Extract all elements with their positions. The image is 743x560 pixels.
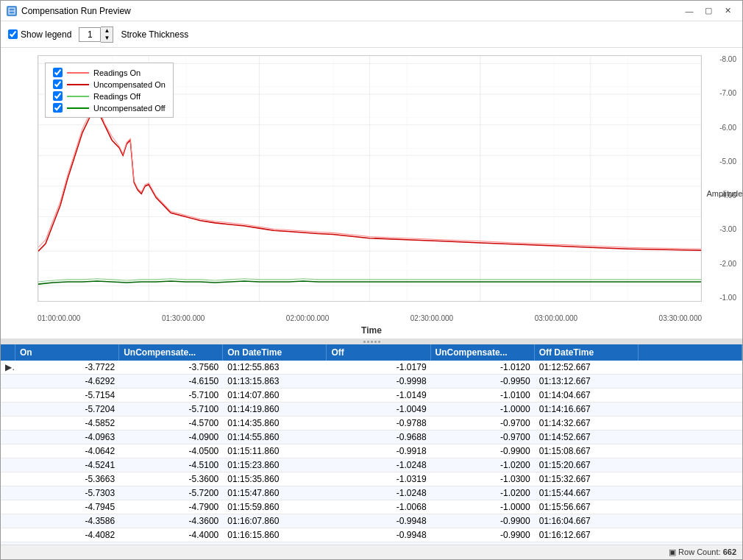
close-button[interactable]: ✕ bbox=[719, 4, 736, 18]
cell-col-5: -0.9700 bbox=[431, 417, 535, 430]
cell-col-7 bbox=[639, 500, 742, 514]
cell-datetime-3: 01:13:15.863 bbox=[223, 375, 327, 388]
table-row[interactable]: -5.7204-5.710001:14:19.860-1.0049-1.0000… bbox=[1, 403, 742, 417]
cell-datetime-6: 01:13:12.667 bbox=[535, 375, 639, 388]
cell-datetime-6: 01:12:52.667 bbox=[535, 361, 639, 374]
row-arrow bbox=[1, 458, 15, 472]
legend-readings-off-label: Readings Off bbox=[93, 92, 141, 101]
row-arrow bbox=[1, 528, 15, 542]
cell-col-4: -1.0149 bbox=[327, 389, 430, 402]
main-window: Compensation Run Preview — ▢ ✕ Show lege… bbox=[0, 0, 743, 560]
table-row[interactable]: ▶-3.7722-3.756001:12:55.863-1.0179-1.012… bbox=[1, 361, 742, 375]
cell-col-5: -0.9900 bbox=[431, 514, 535, 528]
cell-col-1: -5.3663 bbox=[15, 472, 119, 486]
show-legend-checkbox[interactable] bbox=[8, 29, 18, 39]
cell-datetime-6: 01:14:52.667 bbox=[535, 430, 639, 444]
legend-readings-off-checkbox[interactable] bbox=[53, 91, 63, 101]
cell-col-4: -0.9948 bbox=[327, 514, 430, 528]
row-arrow bbox=[1, 500, 15, 514]
divider-drag-handle[interactable] bbox=[1, 339, 742, 344]
col-off: Off bbox=[327, 344, 430, 361]
cell-col-7 bbox=[639, 430, 742, 444]
show-legend-label[interactable]: Show legend bbox=[8, 29, 71, 40]
cell-datetime-3: 01:14:35.860 bbox=[223, 417, 327, 430]
legend-readings-off-line bbox=[67, 96, 89, 97]
cell-col-2: -3.7560 bbox=[119, 361, 223, 374]
col-on: On bbox=[15, 344, 119, 361]
cell-col-5: -0.9700 bbox=[431, 430, 535, 444]
chart-legend: Readings On Uncompensated On Readings Of… bbox=[45, 63, 174, 118]
table-row[interactable]: -4.4082-4.400001:16:15.860-0.9948-0.9900… bbox=[1, 528, 742, 542]
cell-col-1: -4.3586 bbox=[15, 514, 119, 528]
col-extra bbox=[639, 344, 742, 361]
row-arrow bbox=[1, 444, 15, 458]
table-row[interactable]: -4.0642-4.050001:15:11.860-0.9918-0.9900… bbox=[1, 444, 742, 458]
maximize-button[interactable]: ▢ bbox=[700, 4, 717, 18]
cell-col-7 bbox=[639, 375, 742, 388]
row-arrow bbox=[1, 472, 15, 486]
table-row[interactable]: -4.5852-4.570001:14:35.860-0.9788-0.9700… bbox=[1, 417, 742, 430]
cell-datetime-3: 01:14:55.860 bbox=[223, 430, 327, 444]
cell-col-7 bbox=[639, 458, 742, 472]
cell-col-5: -1.0100 bbox=[431, 389, 535, 402]
cell-col-7 bbox=[639, 417, 742, 430]
table-row[interactable]: -5.3663-5.360001:15:35.860-1.0319-1.0300… bbox=[1, 472, 742, 486]
cell-col-1: -5.7204 bbox=[15, 403, 119, 416]
minimize-button[interactable]: — bbox=[680, 4, 698, 18]
cell-col-2: -4.5100 bbox=[119, 458, 223, 472]
cell-datetime-3: 01:15:35.860 bbox=[223, 472, 327, 486]
legend-item-uncompensated-off: Uncompensated Off bbox=[53, 103, 166, 113]
cell-col-2: -4.7900 bbox=[119, 500, 223, 514]
table-row[interactable]: -4.6292-4.615001:13:15.863-0.9998-0.9950… bbox=[1, 375, 742, 389]
legend-uncompensated-on-checkbox[interactable] bbox=[53, 79, 63, 89]
title-bar-left: Compensation Run Preview bbox=[7, 6, 131, 16]
stroke-thickness-spinner: ▲ ▼ bbox=[79, 26, 113, 43]
table-row[interactable]: -5.7303-5.720001:15:47.860-1.0248-1.0200… bbox=[1, 486, 742, 500]
legend-readings-on-checkbox[interactable] bbox=[53, 68, 63, 77]
row-arrow bbox=[1, 417, 15, 430]
cell-col-4: -1.0049 bbox=[327, 403, 430, 416]
cell-datetime-6: 01:16:12.667 bbox=[535, 528, 639, 542]
cell-col-5: -0.9900 bbox=[431, 528, 535, 542]
cell-col-7 bbox=[639, 514, 742, 528]
table-body: ▶-3.7722-3.756001:12:55.863-1.0179-1.012… bbox=[1, 361, 742, 545]
cell-col-4: -1.0068 bbox=[327, 500, 430, 514]
cell-datetime-6: 01:15:08.667 bbox=[535, 444, 639, 458]
row-count-value: 662 bbox=[723, 547, 736, 556]
spinner-down-button[interactable]: ▼ bbox=[101, 35, 113, 42]
cell-datetime-6: 01:15:20.667 bbox=[535, 458, 639, 472]
cell-col-4: -1.0179 bbox=[327, 361, 430, 374]
app-icon bbox=[7, 6, 17, 16]
legend-uncompensated-off-line bbox=[67, 107, 89, 109]
cell-col-2: -4.0900 bbox=[119, 430, 223, 444]
chart-area: Readings On Uncompensated On Readings Of… bbox=[1, 48, 742, 339]
cell-col-7 bbox=[639, 472, 742, 486]
x-axis-ticks: 01:00:00.000 01:30:00.000 02:00:00.000 0… bbox=[38, 314, 702, 322]
cell-datetime-6: 01:16:04.667 bbox=[535, 514, 639, 528]
stroke-thickness-label: Stroke Thickness bbox=[121, 29, 188, 40]
cell-col-2: -5.7200 bbox=[119, 486, 223, 500]
legend-readings-on-label: Readings On bbox=[93, 68, 141, 77]
col-uncompensated-on: UnCompensate... bbox=[119, 344, 223, 361]
cell-col-4: -0.9688 bbox=[327, 430, 430, 444]
col-uncompensated-off: UnCompensate... bbox=[431, 344, 535, 361]
cell-col-4: -1.0248 bbox=[327, 458, 430, 472]
cell-datetime-3: 01:15:23.860 bbox=[223, 458, 327, 472]
cell-datetime-6: 01:15:44.667 bbox=[535, 486, 639, 500]
cell-datetime-3: 01:14:19.860 bbox=[223, 403, 327, 416]
stroke-thickness-input[interactable] bbox=[79, 27, 101, 42]
cell-col-4: -0.9788 bbox=[327, 417, 430, 430]
table-row[interactable]: -4.3586-4.360001:16:07.860-0.9948-0.9900… bbox=[1, 514, 742, 528]
divider-dots bbox=[363, 341, 380, 343]
cell-col-5: -1.0000 bbox=[431, 403, 535, 416]
table-row[interactable]: -4.0963-4.090001:14:55.860-0.9688-0.9700… bbox=[1, 430, 742, 444]
spinner-up-button[interactable]: ▲ bbox=[101, 27, 113, 35]
legend-uncompensated-off-checkbox[interactable] bbox=[53, 103, 63, 113]
table-row[interactable]: -4.7945-4.790001:15:59.860-1.0068-1.0000… bbox=[1, 500, 742, 514]
table-row[interactable]: -4.5241-4.510001:15:23.860-1.0248-1.0200… bbox=[1, 458, 742, 472]
table-row[interactable]: -5.7154-5.710001:14:07.860-1.0149-1.0100… bbox=[1, 389, 742, 403]
legend-item-uncompensated-on: Uncompensated On bbox=[53, 79, 166, 89]
cell-col-1: -4.7945 bbox=[15, 500, 119, 514]
legend-item-readings-on: Readings On bbox=[53, 68, 166, 77]
cell-col-7 bbox=[639, 361, 742, 374]
